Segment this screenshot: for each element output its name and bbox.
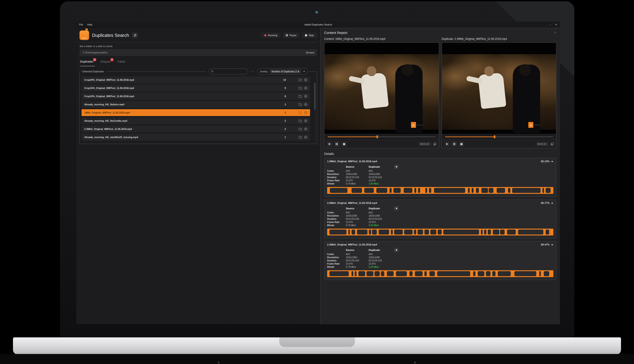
pause-button[interactable]: Pause: [283, 32, 300, 38]
open-folder-button[interactable]: [299, 95, 302, 98]
open-folder-button[interactable]: [299, 119, 302, 122]
snapshot-button[interactable]: [551, 142, 554, 146]
duplicate-value: 2.33 Mb/s: [369, 266, 394, 268]
preview-button[interactable]: [304, 128, 307, 130]
open-folder-button[interactable]: [299, 103, 302, 106]
seek-handle[interactable]: [494, 135, 496, 138]
play-duplicate-button[interactable]: [394, 164, 399, 169]
duplicate-value: AVC: [369, 211, 394, 214]
duplicate-count: 3: [278, 103, 286, 106]
card-header[interactable]: 2.0Mbit_Original_WMTest_11.06.2018.mp485…: [327, 202, 553, 204]
preview-icon: [304, 111, 307, 114]
folder-icon: [299, 128, 302, 130]
transport-controls: 00:01:21: [442, 140, 556, 148]
open-folder-button[interactable]: [299, 128, 302, 130]
file-name: Crop20%_Original_WMTest_11.06.2018.mp4: [84, 78, 278, 81]
file-name: 2.3Mbit_Original_WMTest_11.06.2018.mp4: [84, 128, 278, 130]
source-value: 1920x1080: [346, 173, 369, 176]
card-filename: 2.3Mbit_Original_WMTest_11.06.2018.mp4: [327, 243, 377, 246]
sorting-dropdown[interactable]: Sorting Number of Duplicates Z-A: [257, 68, 308, 74]
duplicate-row[interactable]: Crop10%_Original_WMTest_11.06.2018.mp48: [82, 93, 310, 100]
stop-button[interactable]: [459, 141, 464, 147]
duplicate-value: 1920x1080: [369, 173, 394, 176]
search-input[interactable]: [215, 70, 246, 73]
window-title: nablet Duplicates Search: [76, 23, 560, 26]
open-folder-button[interactable]: [299, 86, 302, 90]
preview-button[interactable]: [304, 86, 307, 90]
collapse-icon[interactable]: [551, 202, 553, 204]
minimize-button[interactable]: –: [550, 23, 551, 26]
pause-button[interactable]: [452, 141, 457, 147]
preview-button[interactable]: [304, 119, 307, 122]
source-value: AVC: [346, 170, 369, 172]
card-header[interactable]: 1.5Mbit_Original_WMTest_11.06.2018.mp482…: [327, 160, 553, 163]
preview-icon: [304, 86, 307, 90]
duplicate-row[interactable]: Already_morning_HG_NoCredits.mp42: [82, 118, 310, 124]
play-icon: [396, 208, 397, 209]
folder-path-input[interactable]: [82, 51, 306, 54]
tab-duplicates[interactable]: Duplicates8: [80, 60, 93, 63]
search-box[interactable]: [209, 68, 248, 74]
card-header[interactable]: 2.3Mbit_Original_WMTest_11.06.2018.mp489…: [327, 243, 553, 246]
source-value: 0.79 Mb/s: [346, 266, 369, 268]
source-value: 00:02:55.633: [346, 259, 369, 262]
duplicate-row[interactable]: 2.3Mbit_Original_WMTest_11.06.2018.mp42: [82, 126, 310, 132]
preview-button[interactable]: [304, 78, 307, 82]
browse-button[interactable]: Browse: [306, 51, 314, 54]
source-value: 23.976: [346, 262, 369, 265]
preview-button[interactable]: [304, 111, 307, 114]
source-value: 1920x1080: [346, 256, 369, 259]
seek-handle[interactable]: [376, 135, 378, 138]
preview-icon: [304, 95, 307, 98]
play-duplicate-button[interactable]: [394, 248, 399, 252]
open-folder-button[interactable]: [299, 78, 302, 82]
folder-icon: [299, 119, 302, 122]
tab-uniques[interactable]: Uniques1: [100, 60, 110, 63]
collapse-icon[interactable]: [551, 244, 553, 245]
preview-button[interactable]: [304, 95, 307, 98]
chevron-down-icon: [303, 71, 305, 72]
stop-icon: [460, 143, 463, 145]
match-percent: 89.47%: [541, 243, 549, 246]
open-folder-button[interactable]: [299, 111, 302, 114]
play-button[interactable]: [444, 141, 450, 147]
filter-settings-button[interactable]: [132, 32, 138, 38]
seek-bar[interactable]: [324, 134, 439, 140]
file-name: Already_morning_HG_min20to25_missing.mp4: [84, 136, 278, 138]
duplicate-row[interactable]: Crop15%_Original_WMTest_11.06.2018.mp49: [82, 85, 310, 92]
seek-bar[interactable]: [442, 134, 556, 140]
duplicate-value: 1.60 Mb/s: [369, 182, 394, 185]
preview-button[interactable]: [304, 103, 307, 106]
pause-icon: [453, 143, 455, 145]
stop-button[interactable]: [341, 141, 347, 147]
collapse-icon[interactable]: [551, 160, 553, 162]
duplicates-panel: nablet Duplicates Search Running Pau: [76, 28, 320, 324]
stop-button[interactable]: Stop: [302, 32, 317, 38]
duplicate-row[interactable]: Crop20%_Original_WMTest_11.06.2018.mp410: [82, 76, 310, 83]
menu-file[interactable]: File: [79, 23, 83, 26]
play-button[interactable]: [327, 141, 332, 147]
list-scrollbar[interactable]: [314, 82, 316, 142]
play-duplicate-button[interactable]: [394, 206, 399, 211]
tab-failed[interactable]: Failed: [117, 60, 125, 63]
folder-label: Set a folder or a disk to check: [80, 45, 317, 48]
laptop-base: [13, 338, 621, 355]
duplicate-row[interactable]: Already_morning_HG_NoIntro.mp43: [82, 101, 310, 108]
duplicate-row[interactable]: Already_morning_HG_min20to25_missing.mp4…: [82, 134, 310, 140]
source-value: 23.976: [346, 179, 369, 182]
duplicates-list: Crop20%_Original_WMTest_11.06.2018.mp410…: [82, 76, 315, 140]
pause-button[interactable]: [334, 141, 339, 147]
close-report-button[interactable]: ✕: [554, 31, 556, 34]
content-player-column: Content: 1Mbit_Original_WMTest_11.06.201…: [324, 37, 439, 148]
screw-dot: [218, 362, 219, 363]
content-video: n ablet: [324, 43, 439, 134]
duplicate-row[interactable]: 1Mbit_Original_WMTest_11.06.2018.mp43: [82, 109, 310, 116]
duplicate-count: 8: [278, 95, 286, 98]
preview-button[interactable]: [304, 136, 307, 139]
close-button[interactable]: ✕: [555, 23, 557, 26]
open-folder-button[interactable]: [299, 136, 302, 139]
snapshot-button[interactable]: [433, 142, 437, 146]
duplicate-value: 00:02:55.633: [369, 176, 394, 178]
source-value: 1920x1080: [346, 214, 369, 217]
menu-help[interactable]: Help: [87, 23, 93, 26]
